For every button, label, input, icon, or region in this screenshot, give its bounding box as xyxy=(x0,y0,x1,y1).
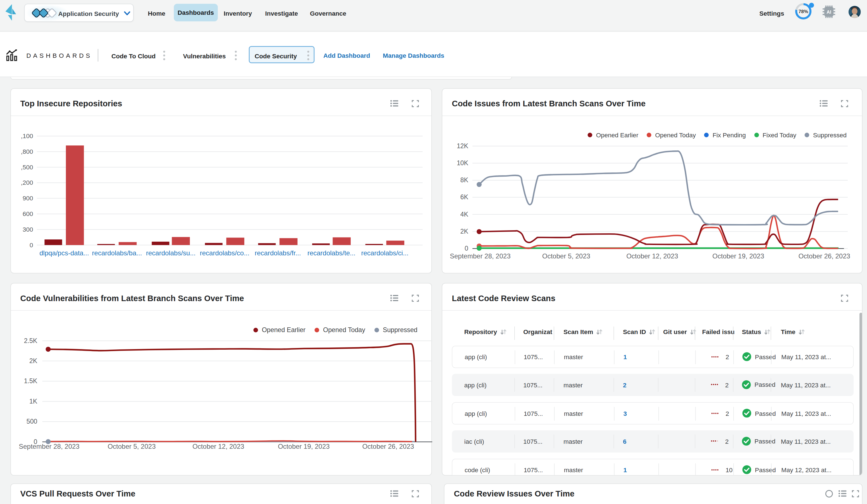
svg-text:October 5, 2023: October 5, 2023 xyxy=(107,442,156,450)
svg-text:12K: 12K xyxy=(457,142,469,150)
svg-text:0: 0 xyxy=(30,242,33,249)
svg-text:8K: 8K xyxy=(460,177,469,184)
svg-text:,800: ,800 xyxy=(21,148,33,155)
svg-text:recardolabs/co...: recardolabs/co... xyxy=(200,249,249,257)
svg-text:,200: ,200 xyxy=(21,179,33,186)
svg-text:,100: ,100 xyxy=(21,133,33,140)
svg-text:,500: ,500 xyxy=(21,164,33,171)
svg-text:recardolabs/ci...: recardolabs/ci... xyxy=(361,249,408,257)
svg-text:1.5K: 1.5K xyxy=(24,377,37,385)
svg-text:October 19, 2023: October 19, 2023 xyxy=(278,442,330,450)
svg-text:October 12, 2023: October 12, 2023 xyxy=(627,253,678,260)
svg-text:78%: 78% xyxy=(799,9,809,14)
svg-text:1K: 1K xyxy=(29,398,38,405)
svg-text:October 19, 2023: October 19, 2023 xyxy=(713,253,764,260)
svg-text:October 26, 2023: October 26, 2023 xyxy=(362,442,414,450)
svg-text:recardolabs/ba...: recardolabs/ba... xyxy=(92,249,142,257)
svg-text:recardolabs/fr...: recardolabs/fr... xyxy=(255,249,301,257)
svg-text:recardolabs/su...: recardolabs/su... xyxy=(146,249,195,257)
svg-text:dlpqa/pcs-data...: dlpqa/pcs-data... xyxy=(39,249,89,257)
svg-text:600: 600 xyxy=(22,210,33,217)
svg-text:300: 300 xyxy=(22,226,33,233)
svg-text:10K: 10K xyxy=(457,160,469,167)
svg-text:October 12, 2023: October 12, 2023 xyxy=(192,442,244,450)
svg-text:September 28, 2023: September 28, 2023 xyxy=(19,442,79,450)
svg-text:recardolabs/te...: recardolabs/te... xyxy=(307,249,355,257)
svg-text:September 28, 2023: September 28, 2023 xyxy=(450,253,511,260)
svg-text:October 5, 2023: October 5, 2023 xyxy=(542,253,590,260)
svg-text:500: 500 xyxy=(26,418,37,425)
svg-text:6K: 6K xyxy=(460,194,469,201)
svg-text:October 26, 2023: October 26, 2023 xyxy=(799,253,850,260)
svg-text:2K: 2K xyxy=(460,228,469,235)
svg-text:2K: 2K xyxy=(29,357,38,364)
svg-text:0: 0 xyxy=(465,245,469,252)
svg-text:2.5K: 2.5K xyxy=(24,337,37,344)
svg-text:4K: 4K xyxy=(460,211,469,218)
svg-text:900: 900 xyxy=(22,195,33,202)
svg-text:AI: AI xyxy=(826,10,831,14)
